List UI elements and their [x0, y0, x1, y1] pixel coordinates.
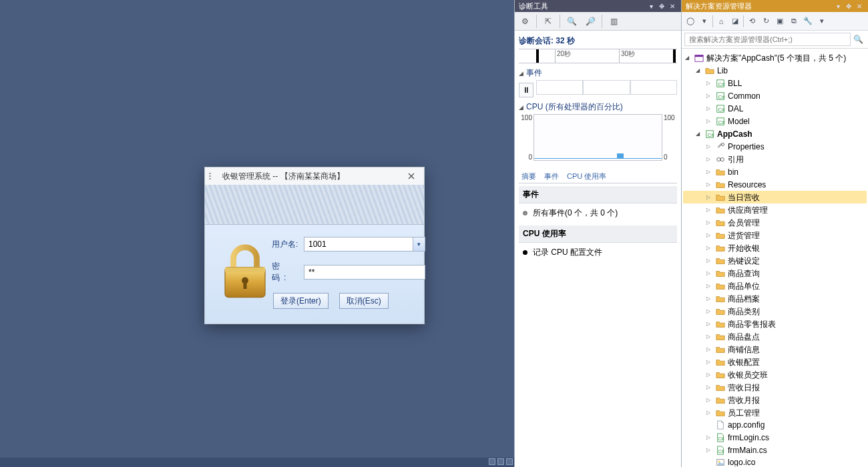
collapse-icon[interactable]: ◢ — [519, 104, 523, 111]
expand-arrow-icon[interactable] — [694, 127, 702, 140]
close-icon[interactable]: ✕ — [668, 1, 677, 11]
tree-node[interactable]: C#frmMain.cs — [683, 444, 867, 456]
tab-events[interactable]: 事件 — [544, 171, 559, 181]
close-button[interactable] — [403, 170, 420, 182]
expand-arrow-icon[interactable] — [704, 330, 712, 343]
solution-search-input[interactable] — [684, 33, 851, 46]
tree-node[interactable]: C#BLL — [683, 77, 867, 89]
combo-dropdown-button[interactable]: ▾ — [413, 238, 425, 251]
tab-summary[interactable]: 摘要 — [521, 171, 536, 181]
expand-arrow-icon[interactable] — [704, 242, 712, 254]
sync-button[interactable]: ⟲ — [746, 15, 758, 27]
solution-explorer-header[interactable]: 解决方案资源管理器 ▾ ✥ ✕ — [682, 0, 868, 12]
tree-node[interactable]: 营收月报 — [683, 394, 867, 406]
expand-arrow-icon[interactable] — [704, 381, 712, 394]
chart-view-button[interactable]: ▥ — [606, 14, 621, 29]
close-icon[interactable]: ✕ — [855, 1, 864, 11]
expand-arrow-icon[interactable] — [704, 356, 712, 368]
tree-node[interactable]: 热键设定 — [683, 254, 867, 267]
window-handle-icon[interactable] — [497, 458, 504, 465]
timeline-marker-end[interactable] — [673, 49, 676, 63]
all-events-row[interactable]: 所有事件(0 个，共 0 个) — [519, 203, 677, 223]
tree-node[interactable]: 商品类别 — [683, 305, 867, 318]
tree-node[interactable]: 商品查询 — [683, 267, 867, 280]
expand-arrow-icon[interactable] — [704, 292, 712, 305]
tree-node[interactable]: 商品单位 — [683, 280, 867, 292]
pause-button[interactable]: ⏸ — [519, 83, 533, 97]
zoom-out-button[interactable]: 🔎 — [583, 14, 598, 29]
cancel-button[interactable]: 取消(Esc) — [339, 293, 389, 309]
tree-node[interactable]: bin — [683, 165, 867, 178]
username-input[interactable] — [304, 238, 413, 251]
expand-arrow-icon[interactable] — [704, 153, 712, 165]
tree-node[interactable]: 收银员交班 — [683, 368, 867, 381]
tree-node[interactable]: logo.ico — [683, 456, 867, 466]
tree-node[interactable]: 会员管理 — [683, 216, 867, 229]
tree-node[interactable]: 商品盘点 — [683, 330, 867, 343]
tree-node[interactable]: C#DAL — [683, 102, 867, 115]
refresh-button[interactable]: ↻ — [760, 15, 772, 27]
tree-node[interactable]: 进货管理 — [683, 229, 867, 242]
window-dropdown-icon[interactable]: ▾ — [646, 1, 656, 11]
username-combo[interactable]: ▾ — [304, 237, 425, 252]
tree-node[interactable]: 当日营收 — [683, 191, 867, 203]
expand-arrow-icon[interactable] — [704, 102, 712, 115]
login-button[interactable]: 登录(Enter) — [273, 293, 329, 309]
expand-arrow-icon[interactable] — [704, 431, 712, 444]
tree-node[interactable]: 引用 — [683, 153, 867, 165]
expand-arrow-icon[interactable] — [694, 64, 702, 77]
tree-node[interactable]: C#AppCash — [683, 127, 867, 140]
solution-root-node[interactable]: 解决方案"AppCash"(5 个项目，共 5 个) — [683, 51, 867, 64]
tree-node[interactable]: app.config — [683, 419, 867, 431]
expand-arrow-icon[interactable] — [704, 444, 712, 456]
cpu-plot-area[interactable] — [533, 114, 662, 161]
show-all-button[interactable]: ▣ — [774, 15, 786, 27]
settings-button[interactable]: ⚙ — [517, 14, 532, 29]
expand-arrow-icon[interactable] — [704, 165, 712, 178]
window-handle-icon[interactable] — [506, 458, 513, 465]
tree-node[interactable]: Resources — [683, 178, 867, 191]
expand-arrow-icon[interactable] — [704, 406, 712, 419]
back-button[interactable]: ◯ — [684, 15, 696, 27]
expand-arrow-icon[interactable] — [704, 368, 712, 381]
tree-node[interactable]: 商铺信息 — [683, 343, 867, 356]
expand-arrow-icon[interactable] — [704, 89, 712, 102]
expand-arrow-icon[interactable] — [704, 203, 712, 216]
tree-node[interactable]: 商品档案 — [683, 292, 867, 305]
tree-node[interactable]: C#Model — [683, 115, 867, 127]
expand-arrow-icon[interactable] — [704, 115, 712, 127]
expand-arrow-icon[interactable] — [683, 51, 691, 64]
home-button[interactable]: ⌂ — [715, 15, 727, 27]
tree-node[interactable]: 供应商管理 — [683, 203, 867, 216]
tree-node[interactable]: 收银配置 — [683, 356, 867, 368]
expand-arrow-icon[interactable] — [704, 140, 712, 153]
tree-node[interactable]: 开始收银 — [683, 242, 867, 254]
expand-arrow-icon[interactable] — [704, 254, 712, 267]
tree-node[interactable]: C#frmLogin.cs — [683, 431, 867, 444]
solution-tree[interactable]: 解决方案"AppCash"(5 个项目，共 5 个) LibC#BLLC#Com… — [682, 49, 868, 466]
expand-arrow-icon[interactable] — [704, 394, 712, 406]
expand-arrow-icon[interactable] — [704, 318, 712, 330]
expand-arrow-icon[interactable] — [704, 229, 712, 242]
tree-node[interactable]: Properties — [683, 140, 867, 153]
record-cpu-row[interactable]: 记录 CPU 配置文件 — [519, 243, 677, 262]
tree-node[interactable]: Lib — [683, 64, 867, 77]
more-button[interactable]: ▾ — [816, 15, 828, 27]
expand-arrow-icon[interactable] — [704, 267, 712, 280]
collapse-icon[interactable]: ◢ — [519, 70, 523, 77]
expand-arrow-icon[interactable] — [704, 77, 712, 89]
password-input[interactable] — [304, 265, 425, 280]
pin-icon[interactable]: ✥ — [844, 1, 853, 11]
window-handle-icon[interactable] — [489, 458, 495, 465]
expand-arrow-icon[interactable] — [704, 280, 712, 292]
tree-node[interactable]: 员工管理 — [683, 406, 867, 419]
window-dropdown-icon[interactable]: ▾ — [833, 1, 843, 11]
diagnostic-panel-header[interactable]: 诊断工具 ▾ ✥ ✕ — [515, 0, 681, 12]
tree-node[interactable]: 商品零售报表 — [683, 318, 867, 330]
login-titlebar[interactable]: 收银管理系统 -- 【济南某某商场】 — [205, 167, 424, 185]
tab-cpu-usage[interactable]: CPU 使用率 — [567, 171, 606, 181]
export-button[interactable]: ⇱ — [541, 14, 556, 29]
zoom-in-button[interactable]: 🔍 — [564, 14, 579, 29]
tree-node[interactable]: 营收日报 — [683, 381, 867, 394]
expand-arrow-icon[interactable] — [704, 343, 712, 356]
